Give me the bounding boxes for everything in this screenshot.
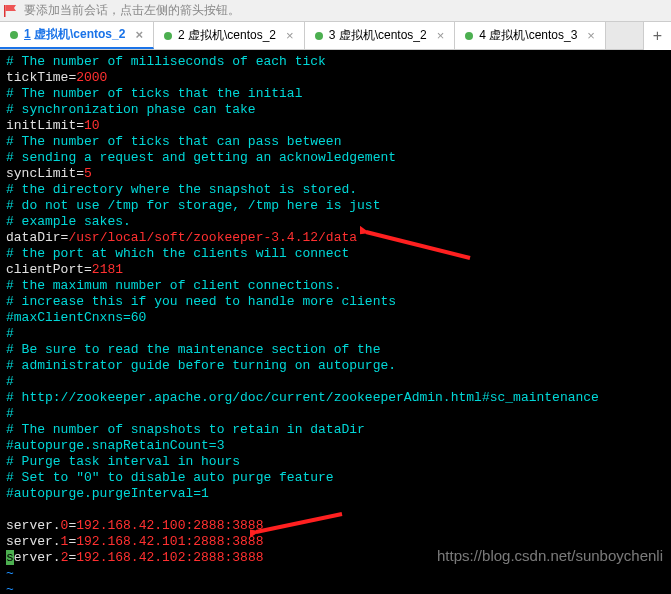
tab-2[interactable]: 3 虚拟机\centos_2×	[305, 22, 456, 49]
terminal-line: # Be sure to read the maintenance sectio…	[6, 342, 665, 358]
terminal-line: # The number of milliseconds of each tic…	[6, 54, 665, 70]
close-icon[interactable]: ×	[437, 28, 445, 43]
terminal-line: # the maximum number of client connectio…	[6, 278, 665, 294]
terminal-line: # The number of snapshots to retain in d…	[6, 422, 665, 438]
tab-label: 2 虚拟机\centos_2	[178, 27, 276, 44]
terminal-line: #	[6, 406, 665, 422]
status-dot-icon	[164, 32, 172, 40]
tab-0[interactable]: 1 虚拟机\centos_2×	[0, 22, 154, 49]
terminal-line: # sending a request and getting an ackno…	[6, 150, 665, 166]
terminal-line: # do not use /tmp for storage, /tmp here…	[6, 198, 665, 214]
tab-label: 3 虚拟机\centos_2	[329, 27, 427, 44]
tab-bar: 1 虚拟机\centos_2×2 虚拟机\centos_2×3 虚拟机\cent…	[0, 22, 671, 50]
flag-icon	[4, 5, 18, 17]
svg-rect-0	[4, 5, 6, 17]
status-dot-icon	[315, 32, 323, 40]
terminal-line: server.0=192.168.42.100:2888:3888	[6, 518, 665, 534]
terminal-line: #autopurge.purgeInterval=1	[6, 486, 665, 502]
terminal-line: # administrator guide before turning on …	[6, 358, 665, 374]
toolbar: 要添加当前会话，点击左侧的箭头按钮。	[0, 0, 671, 22]
status-dot-icon	[10, 31, 18, 39]
terminal-line	[6, 502, 665, 518]
terminal-line: # synchronization phase can take	[6, 102, 665, 118]
close-icon[interactable]: ×	[286, 28, 294, 43]
terminal-line: dataDir=/usr/local/soft/zookeeper-3.4.12…	[6, 230, 665, 246]
tab-label: 1 虚拟机\centos_2	[24, 26, 125, 43]
watermark: https://blog.csdn.net/sunboychenli	[437, 548, 663, 564]
terminal-line: # increase this if you need to handle mo…	[6, 294, 665, 310]
tab-label: 4 虚拟机\centos_3	[479, 27, 577, 44]
terminal-line: ~	[6, 566, 665, 582]
terminal-line: # The number of ticks that can pass betw…	[6, 134, 665, 150]
terminal-line: syncLimit=5	[6, 166, 665, 182]
terminal-line: # Set to "0" to disable auto purge featu…	[6, 470, 665, 486]
terminal-line: # the directory where the snapshot is st…	[6, 182, 665, 198]
terminal-line: initLimit=10	[6, 118, 665, 134]
terminal-line: clientPort=2181	[6, 262, 665, 278]
add-tab-button[interactable]: +	[643, 22, 671, 50]
close-icon[interactable]: ×	[135, 27, 143, 42]
tab-1[interactable]: 2 虚拟机\centos_2×	[154, 22, 305, 49]
terminal-line: #autopurge.snapRetainCount=3	[6, 438, 665, 454]
terminal-line: # The number of ticks that the initial	[6, 86, 665, 102]
toolbar-hint: 要添加当前会话，点击左侧的箭头按钮。	[24, 2, 240, 19]
terminal[interactable]: # The number of milliseconds of each tic…	[0, 50, 671, 594]
tab-3[interactable]: 4 虚拟机\centos_3×	[455, 22, 606, 49]
terminal-line: #	[6, 374, 665, 390]
close-icon[interactable]: ×	[587, 28, 595, 43]
terminal-line: # example sakes.	[6, 214, 665, 230]
terminal-line: # http://zookeeper.apache.org/doc/curren…	[6, 390, 665, 406]
terminal-line: # Purge task interval in hours	[6, 454, 665, 470]
terminal-line: #	[6, 326, 665, 342]
terminal-line: # the port at which the clients will con…	[6, 246, 665, 262]
terminal-line: ~	[6, 582, 665, 594]
status-dot-icon	[465, 32, 473, 40]
terminal-line: #maxClientCnxns=60	[6, 310, 665, 326]
terminal-line: tickTime=2000	[6, 70, 665, 86]
